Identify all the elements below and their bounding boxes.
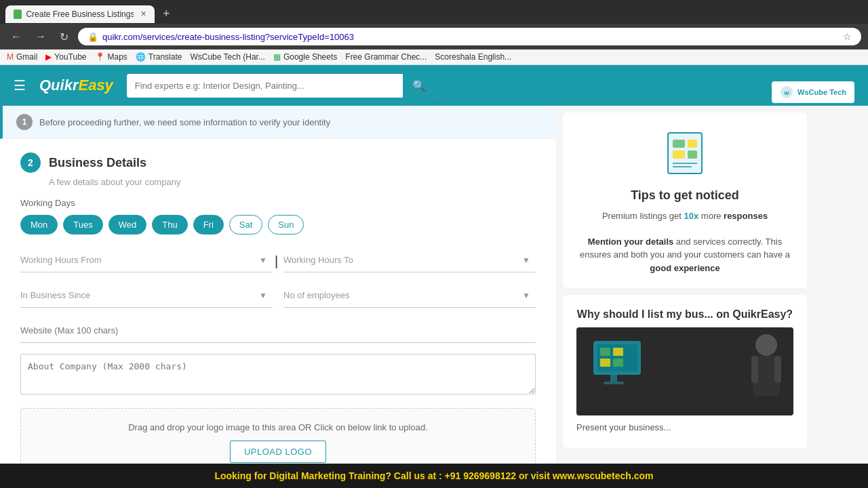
form-area: 1 Before proceeding further, we need som… <box>0 106 556 488</box>
tab-bar: Create Free Business Listings - C ✕ + <box>0 0 868 24</box>
wscube-logo-text: WsCube Tech <box>797 88 846 96</box>
in-business-since-field: In Business Since 2020 2019 ▼ <box>20 283 273 308</box>
website-input[interactable] <box>20 319 536 343</box>
url-display: quikr.com/services/create-business-listi… <box>102 32 839 42</box>
section-title: Business Details <box>49 156 146 170</box>
step2-circle: 2 <box>20 152 41 173</box>
tips-responses: responses <box>724 211 768 221</box>
tips-text-1: Premium listings get 10x more responses <box>576 209 793 223</box>
bookmark-scoreshala-label: Scoreshala English... <box>435 52 511 62</box>
bookmark-youtube-label: YouTube <box>54 52 86 62</box>
bottom-banner-text: Looking for Digital Marketing Training? … <box>214 470 653 481</box>
bookmark-translate[interactable]: 🌐 Translate <box>136 52 182 62</box>
bookmark-maps[interactable]: 📍 Maps <box>95 52 127 62</box>
tips-good-experience: good experience <box>650 263 719 273</box>
search-input[interactable] <box>127 74 403 98</box>
svg-rect-14 <box>613 359 623 367</box>
svg-rect-5 <box>673 150 685 159</box>
business-since-employees-row: In Business Since 2020 2019 ▼ No of empl… <box>20 283 536 308</box>
day-tues[interactable]: Tues <box>63 215 102 235</box>
working-hours-from-field: Working Hours From 9:00 AM 10:00 AM ▼ <box>20 248 273 272</box>
forward-button[interactable]: → <box>31 29 50 44</box>
right-sidebar: Tips to get noticed Premium listings get… <box>556 106 814 488</box>
bookmark-youtube[interactable]: ▶ YouTube <box>45 52 86 62</box>
address-bar[interactable]: 🔒 quikr.com/services/create-business-lis… <box>78 28 861 45</box>
working-days-label: Working Days <box>20 198 536 208</box>
bookmark-sheets[interactable]: ▦ Google Sheets <box>273 52 337 62</box>
svg-rect-11 <box>600 348 610 356</box>
working-hours-row: Working Hours From 9:00 AM 10:00 AM ▼ Wo… <box>20 248 536 272</box>
tips-title: Tips to get noticed <box>576 188 793 203</box>
svg-text:W: W <box>784 90 789 96</box>
svg-point-17 <box>755 334 777 356</box>
why-body-text: Present your business... <box>576 421 793 434</box>
day-mon[interactable]: Mon <box>20 215 58 235</box>
bookmark-star-icon[interactable]: ☆ <box>843 31 852 42</box>
hamburger-icon[interactable]: ☰ <box>14 77 26 94</box>
svg-rect-13 <box>600 359 610 367</box>
new-tab-button[interactable]: + <box>157 4 176 24</box>
working-hours-to-select[interactable]: Working Hours To 6:00 PM 7:00 PM <box>283 248 536 272</box>
tips-highlight: 10x <box>684 211 699 221</box>
site-header: ☰ QuikrEasy 🔍 W WsCube Tech <box>0 65 868 106</box>
bookmark-scoreshala[interactable]: Scoreshala English... <box>435 52 511 62</box>
svg-rect-12 <box>613 348 623 356</box>
active-tab[interactable]: Create Free Business Listings - C ✕ <box>5 5 155 23</box>
upload-drag-text: Drag and drop your logo image to this ar… <box>35 422 521 432</box>
site-logo: QuikrEasy <box>39 77 113 94</box>
bookmark-grammar[interactable]: Free Grammar Chec... <box>345 52 427 62</box>
section-header: 2 Business Details <box>20 152 536 173</box>
bookmarks-bar: M Gmail ▶ YouTube 📍 Maps 🌐 Translate WsC… <box>0 49 868 65</box>
address-bar-row: ← → ↻ 🔒 quikr.com/services/create-busine… <box>0 24 868 49</box>
website-field <box>20 319 536 343</box>
days-row: Mon Tues Wed Thu Fri Sat Sun <box>20 215 536 235</box>
tips-icon-container <box>576 126 793 180</box>
tab-favicon <box>14 9 22 19</box>
tips-detail-bold: Mention your details <box>588 237 673 247</box>
computer-illustration <box>590 338 651 394</box>
bookmark-gmail[interactable]: M Gmail <box>7 52 37 62</box>
svg-rect-15 <box>610 375 617 382</box>
bookmark-wscube-label: WsCube Tech (Har... <box>190 52 264 62</box>
step1-text: Before proceeding further, we need some … <box>39 117 330 127</box>
tips-icon <box>658 126 712 180</box>
no-of-employees-field: No of employees 1-10 11-50 ▼ <box>283 283 536 308</box>
svg-rect-19 <box>751 356 758 383</box>
bookmark-gmail-label: Gmail <box>16 52 37 62</box>
about-company-textarea[interactable] <box>20 354 536 394</box>
tips-text-2: Mention your details and services correc… <box>576 235 793 275</box>
day-sun[interactable]: Sun <box>268 215 304 235</box>
reload-button[interactable]: ↻ <box>56 29 73 45</box>
bottom-banner: Looking for Digital Marketing Training? … <box>0 464 868 488</box>
bookmark-translate-label: Translate <box>149 52 182 62</box>
day-fri[interactable]: Fri <box>193 215 224 235</box>
why-title: Why should I list my bus... on QuikrEasy… <box>576 308 793 321</box>
tab-title: Create Free Business Listings - C <box>26 9 134 19</box>
video-area[interactable] <box>576 327 793 415</box>
svg-rect-4 <box>688 140 697 148</box>
back-button[interactable]: ← <box>7 29 26 44</box>
svg-rect-3 <box>673 140 685 148</box>
close-tab-button[interactable]: ✕ <box>140 9 146 18</box>
about-company-field <box>20 354 536 397</box>
bookmark-wscube[interactable]: WsCube Tech (Har... <box>190 52 264 62</box>
search-button[interactable]: 🔍 <box>403 74 435 98</box>
search-bar: 🔍 <box>127 74 436 98</box>
upload-logo-button[interactable]: UPLOAD LOGO <box>230 441 326 463</box>
working-hours-to-field: Working Hours To 6:00 PM 7:00 PM ▼ <box>283 248 536 272</box>
tips-card: Tips to get noticed Premium listings get… <box>563 113 807 288</box>
person-silhouette <box>739 331 793 415</box>
wscube-logo: W WsCube Tech <box>772 81 854 103</box>
working-hours-from-select[interactable]: Working Hours From 9:00 AM 10:00 AM <box>20 248 273 272</box>
main-body: 1 Before proceeding further, we need som… <box>0 106 868 488</box>
svg-rect-20 <box>774 356 781 383</box>
address-bar-icons: ☆ <box>843 31 852 42</box>
bookmark-maps-label: Maps <box>108 52 127 62</box>
no-of-employees-select[interactable]: No of employees 1-10 11-50 <box>283 283 536 308</box>
step1-intro: 1 Before proceeding further, we need som… <box>0 106 556 139</box>
day-sat[interactable]: Sat <box>229 215 263 235</box>
in-business-since-select[interactable]: In Business Since 2020 2019 <box>20 283 273 308</box>
day-thu[interactable]: Thu <box>152 215 187 235</box>
day-wed[interactable]: Wed <box>108 215 147 235</box>
wscube-icon: W <box>780 85 793 99</box>
